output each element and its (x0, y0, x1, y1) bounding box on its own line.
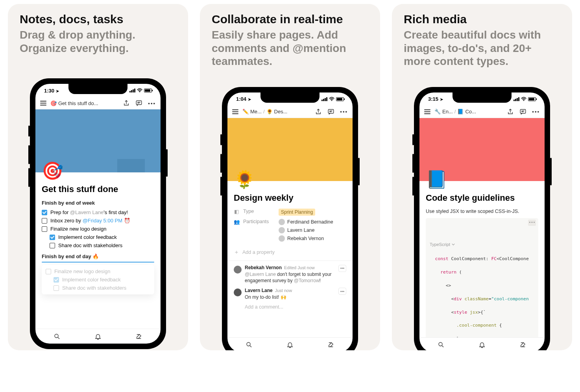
battery-icon (336, 97, 344, 101)
section-heading: Finish by end of week (42, 200, 154, 206)
search-icon[interactable] (246, 341, 253, 348)
page-icon[interactable]: 🎯 (42, 161, 63, 181)
add-property-button[interactable]: ＋ Add a property (234, 245, 346, 256)
tag-icon: ◧ (234, 209, 239, 214)
search-icon[interactable] (438, 341, 445, 348)
signal-icon (321, 97, 327, 101)
signal-icon (514, 97, 519, 101)
menu-icon[interactable] (40, 101, 46, 105)
plus-icon: ＋ (234, 249, 239, 256)
share-icon[interactable] (507, 108, 514, 115)
bottom-bar (35, 329, 161, 344)
promo-card-3: Rich media Create beautiful docs with im… (392, 4, 572, 350)
card-subtitle: Create beautiful docs with images, to-do… (404, 28, 560, 68)
todo-item[interactable]: Finalize new logo design (42, 225, 154, 233)
top-bar: ✏️Me... / 🌻Des... ••• (227, 106, 353, 118)
comments-icon[interactable] (135, 100, 142, 107)
svg-point-6 (523, 100, 524, 101)
page-title[interactable]: Design weekly (234, 193, 346, 203)
wifi-icon (329, 97, 334, 101)
avatar (234, 288, 242, 296)
todo-item[interactable]: Implement color feedback (42, 233, 154, 241)
checkbox-icon[interactable] (42, 226, 47, 232)
todo-item[interactable]: Inbox zero by @Friday 5:00 PM ⏰ (42, 216, 154, 225)
property-row-participants[interactable]: 👥 Participants Ferdinand Bernadine Laver… (234, 219, 346, 242)
page-title[interactable]: Get this stuff done (42, 184, 154, 194)
checkbox-icon[interactable] (42, 210, 47, 215)
svg-rect-1 (137, 101, 142, 105)
compose-icon[interactable] (135, 333, 142, 340)
svg-point-5 (247, 342, 250, 346)
chevron-down-icon (452, 243, 455, 246)
compose-icon[interactable] (327, 341, 334, 348)
promo-card-1: Notes, docs, tasks Drag & drop anything.… (8, 4, 188, 350)
page-cover: 🌻 (227, 118, 353, 181)
comment: Lavern Lane Just now On my to-do list! 🙌… (234, 288, 346, 300)
page-icon[interactable]: 🌻 (234, 169, 255, 190)
avatar (279, 235, 285, 242)
card-title: Notes, docs, tasks (20, 13, 176, 26)
wifi-icon (521, 97, 526, 101)
menu-icon[interactable] (232, 109, 238, 114)
section-heading: Finish by end of day 🔥 (42, 253, 154, 259)
comments-icon[interactable] (327, 108, 334, 115)
phone-frame: 1:30 ➤ 🎯 Get this stuff do... (30, 78, 166, 349)
notifications-icon[interactable] (478, 341, 486, 348)
menu-icon[interactable] (424, 109, 430, 114)
todo-item[interactable]: Share doc with stakeholders (42, 241, 154, 250)
page-icon[interactable]: 📘 (426, 169, 447, 190)
code-menu-icon[interactable]: ••• (528, 220, 536, 226)
more-icon[interactable]: ••• (340, 109, 348, 115)
avatar (279, 227, 285, 233)
checkbox-icon[interactable] (42, 218, 47, 224)
comment-menu-icon[interactable]: ••• (338, 265, 346, 272)
comment: Rebekah Vernon Edited Just now @Lavern L… (234, 265, 346, 284)
search-icon[interactable] (54, 333, 61, 340)
checkbox-icon[interactable] (50, 235, 55, 240)
card-subtitle: Easily share pages. Add comments and @me… (212, 28, 368, 68)
notifications-icon[interactable] (94, 333, 102, 340)
add-comment-input[interactable]: Add a comment... (234, 304, 346, 310)
page-title[interactable]: Code style guidelines (426, 193, 538, 203)
drop-indicator (42, 262, 154, 263)
more-icon[interactable]: ••• (532, 109, 540, 115)
card-title: Collaborate in real-time (212, 13, 368, 26)
svg-point-3 (331, 100, 332, 101)
phone-frame: 1:04 ➤ ✏️Me... / 🌻Des... (222, 87, 358, 350)
svg-point-8 (439, 342, 442, 346)
page-cover: 🎯 (35, 109, 161, 172)
share-icon[interactable] (315, 108, 322, 115)
promo-card-2: Collaborate in real-time Easily share pa… (200, 4, 380, 350)
checkbox-icon[interactable] (50, 243, 55, 248)
top-bar: 🔧En... / 📘Co... ••• (419, 106, 545, 118)
battery-icon (144, 89, 152, 92)
more-icon[interactable]: ••• (148, 100, 156, 106)
breadcrumb[interactable]: 🎯 Get this stuff do... (50, 100, 119, 106)
avatar (279, 219, 285, 225)
comments-icon[interactable] (519, 108, 526, 115)
people-icon: 👥 (234, 219, 239, 225)
svg-point-2 (55, 334, 58, 338)
breadcrumb[interactable]: 🔧En... / 📘Co... (434, 109, 503, 115)
page-cover: 📘 (419, 118, 545, 181)
notifications-icon[interactable] (286, 341, 294, 348)
phone-frame: 3:15 ➤ 🔧En... / 📘Co... (414, 87, 550, 350)
property-row-type[interactable]: ◧ Type Sprint Planning (234, 209, 346, 216)
code-block[interactable]: ••• TypeScript const CoolComponent: FC<C… (426, 218, 538, 337)
bottom-bar (419, 337, 545, 350)
breadcrumb[interactable]: ✏️Me... / 🌻Des... (242, 109, 311, 115)
comment-menu-icon[interactable]: ••• (338, 288, 346, 295)
dragging-block[interactable]: Finalize new logo design Implement color… (42, 265, 154, 294)
compose-icon[interactable] (519, 341, 526, 348)
page-description[interactable]: Use styled JSX to write scoped CSS-in-JS… (426, 209, 538, 214)
todo-item[interactable]: Prep for @Lavern Lane's first day! (42, 208, 154, 216)
avatar (234, 266, 242, 274)
code-language-select[interactable]: TypeScript (430, 241, 534, 248)
card-subtitle: Drag & drop anything. Organize everythin… (20, 28, 176, 55)
svg-rect-4 (329, 109, 334, 113)
battery-icon (528, 97, 536, 101)
card-title: Rich media (404, 13, 560, 26)
tag-value[interactable]: Sprint Planning (279, 209, 315, 216)
svg-point-0 (139, 91, 140, 92)
share-icon[interactable] (123, 100, 130, 107)
